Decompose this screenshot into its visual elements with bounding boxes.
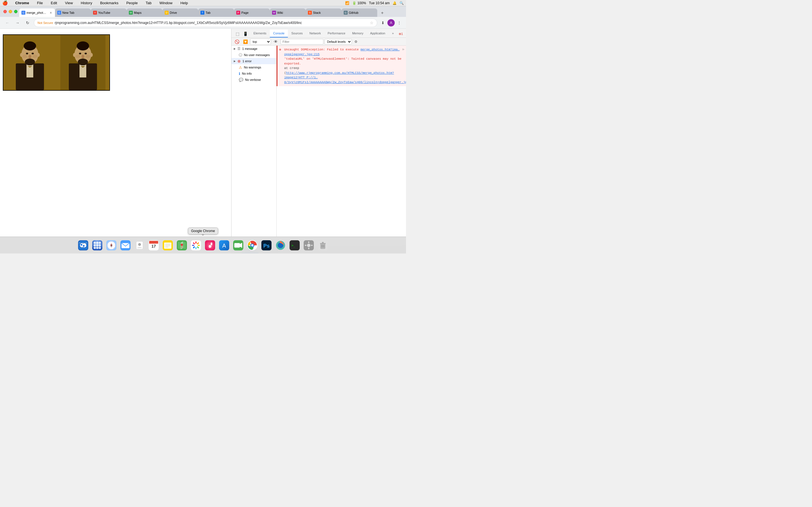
menubar-bookmarks[interactable]: Bookmarks bbox=[98, 0, 120, 6]
menubar-help[interactable]: Help bbox=[179, 0, 190, 6]
close-button[interactable] bbox=[3, 10, 7, 13]
dock-facetime[interactable] bbox=[232, 239, 245, 251]
sidebar-item-verbose-label: No verbose bbox=[245, 78, 261, 81]
menubar-notification-icon[interactable]: 🔔 bbox=[393, 1, 397, 5]
devtools-content: ▶ ☰ 1 message ○ No user messages ▶ ⊗ bbox=[232, 46, 406, 245]
menubar-search-icon[interactable]: 🔍 bbox=[400, 1, 404, 5]
dock-terminal[interactable]: >_ bbox=[289, 239, 301, 251]
svg-text:Ps: Ps bbox=[263, 243, 269, 249]
left-portrait bbox=[3, 35, 56, 90]
filter-icon[interactable]: 🔽 bbox=[242, 38, 249, 45]
sidebar-item-errors[interactable]: ▶ ⊗ 1 error bbox=[232, 58, 276, 64]
menubar-tab[interactable]: Tab bbox=[144, 0, 153, 6]
sidebar-item-messages[interactable]: ▶ ☰ 1 message bbox=[232, 46, 276, 52]
error-link-url[interactable]: http://www.rjmprogramming.com.au/HTMLCSS… bbox=[284, 71, 406, 84]
devtools-error-badge[interactable]: ⊗ 1 bbox=[397, 30, 405, 38]
menubar-file[interactable]: File bbox=[35, 0, 45, 6]
new-tab-button[interactable]: + bbox=[378, 9, 386, 17]
inactive-tab-2[interactable]: Y YouTube bbox=[91, 8, 126, 17]
devtools-mobile-icon[interactable]: 📱 bbox=[242, 30, 249, 38]
menubar-people[interactable]: People bbox=[124, 0, 139, 6]
devtools-tab-console[interactable]: Console bbox=[270, 30, 288, 38]
inactive-tab-5[interactable]: T Tab bbox=[198, 8, 234, 17]
extensions-menu[interactable]: ⬇ bbox=[379, 19, 386, 26]
chrome-menu-button[interactable]: ⋮ bbox=[396, 19, 403, 26]
devtools-tab-sources[interactable]: Sources bbox=[288, 30, 306, 38]
sidebar-item-verbose[interactable]: 💬 No verbose bbox=[232, 76, 276, 83]
inactive-tab-9[interactable]: G GitHub bbox=[342, 8, 377, 17]
right-portrait bbox=[56, 35, 109, 90]
dock-appstore[interactable]: A bbox=[218, 239, 231, 251]
bookmark-star-icon[interactable]: ☆ bbox=[370, 20, 373, 25]
level-select[interactable]: Default levels bbox=[324, 39, 352, 45]
devtools-tab-memory[interactable]: Memory bbox=[349, 30, 367, 38]
expand-icon-2: ▶ bbox=[234, 60, 236, 62]
dock-finder[interactable] bbox=[77, 239, 89, 251]
context-selector[interactable]: top bbox=[250, 39, 271, 45]
svg-point-8 bbox=[32, 53, 34, 54]
dock-notes[interactable] bbox=[161, 239, 174, 251]
dock-launchpad[interactable] bbox=[91, 239, 103, 251]
minimize-button[interactable] bbox=[9, 10, 12, 13]
devtools-tab-performance[interactable]: Performance bbox=[324, 30, 349, 38]
devtools-tab-network[interactable]: Network bbox=[306, 30, 324, 38]
svg-point-37 bbox=[83, 245, 85, 247]
info-circle-icon: ℹ bbox=[239, 71, 240, 76]
active-tab[interactable]: G merge_photos.htm ✕ bbox=[19, 8, 55, 17]
menubar-chrome[interactable]: Chrome bbox=[13, 0, 31, 6]
svg-rect-107 bbox=[308, 241, 309, 243]
inactive-tab-1[interactable]: G New Tab bbox=[55, 8, 91, 17]
devtools-tab-application[interactable]: Application bbox=[367, 30, 389, 38]
inactive-tab-8[interactable]: S Stack bbox=[306, 8, 342, 17]
eye-icon[interactable]: 👁 bbox=[272, 38, 280, 45]
dock-maps[interactable] bbox=[175, 239, 188, 251]
tab-favicon-4: M bbox=[129, 11, 133, 15]
warning-triangle-icon: ⚠ bbox=[239, 65, 242, 69]
menubar-history[interactable]: History bbox=[79, 0, 94, 6]
devtools-tab-elements[interactable]: Elements bbox=[250, 30, 270, 38]
profile-icon[interactable]: A bbox=[388, 19, 395, 26]
reload-button[interactable]: ↻ bbox=[24, 19, 32, 27]
maximize-button[interactable] bbox=[14, 10, 17, 13]
dock-firefox[interactable] bbox=[274, 239, 287, 251]
menubar-edit[interactable]: Edit bbox=[49, 0, 59, 6]
tab-close-button[interactable]: ✕ bbox=[49, 11, 53, 15]
forward-button[interactable]: → bbox=[13, 19, 21, 27]
inactive-tab-4[interactable]: D Drive bbox=[162, 8, 198, 17]
menubar-window[interactable]: Window bbox=[158, 0, 174, 6]
error-link-method[interactable]: merge_photos.htm?ima…oppelganger.jpg:215 bbox=[284, 48, 400, 56]
filter-input[interactable] bbox=[281, 39, 323, 45]
error-circle-icon: ⊗ bbox=[238, 59, 241, 63]
sidebar-item-user-messages[interactable]: ○ No user messages bbox=[232, 52, 276, 58]
dock-contacts[interactable] bbox=[133, 239, 146, 251]
devtools-inspect-icon[interactable]: ⬚ bbox=[234, 30, 241, 38]
dock-chrome[interactable] bbox=[246, 239, 259, 251]
inactive-tab-6[interactable]: P Page bbox=[234, 8, 270, 17]
dock-photoshop[interactable]: Ps bbox=[260, 239, 273, 251]
dock-trash[interactable] bbox=[317, 239, 329, 251]
dock-calendar[interactable]: 17 bbox=[147, 239, 160, 251]
console-main: ⊗ Uncaught DOMException: Failed to execu… bbox=[276, 46, 406, 245]
clear-console-icon[interactable]: 🚫 bbox=[233, 38, 241, 45]
dock-safari[interactable] bbox=[105, 239, 117, 251]
devtools-tab-more[interactable]: » bbox=[389, 30, 397, 38]
error-row-expand-icon[interactable]: ▷ bbox=[403, 47, 404, 52]
sidebar-item-info[interactable]: ℹ No info bbox=[232, 70, 276, 76]
address-bar[interactable]: Not Secure rjmprogramming.com.au/HTMLCSS… bbox=[34, 18, 377, 27]
back-button[interactable]: ← bbox=[3, 19, 11, 27]
dock-itunes[interactable] bbox=[204, 239, 216, 251]
svg-point-45 bbox=[94, 247, 96, 249]
menubar-view[interactable]: View bbox=[63, 0, 74, 6]
inactive-tab-3[interactable]: M Maps bbox=[126, 8, 162, 17]
dock-mail[interactable] bbox=[119, 239, 132, 251]
apple-menu-icon[interactable]: 🍎 bbox=[2, 0, 8, 6]
console-settings-icon[interactable]: ⚙ bbox=[353, 39, 359, 45]
sidebar-item-info-label: No info bbox=[242, 72, 252, 75]
devtools-settings-icon[interactable]: ⚙ bbox=[406, 30, 406, 38]
dock-settings[interactable] bbox=[303, 239, 315, 251]
inactive-tab-7[interactable]: W Wiki bbox=[270, 8, 306, 17]
menubar-time: Tue 10:54 am bbox=[369, 1, 390, 5]
sidebar-item-warnings[interactable]: ⚠ No warnings bbox=[232, 64, 276, 70]
canvas-image bbox=[3, 34, 110, 91]
dock-photos[interactable] bbox=[190, 239, 202, 251]
